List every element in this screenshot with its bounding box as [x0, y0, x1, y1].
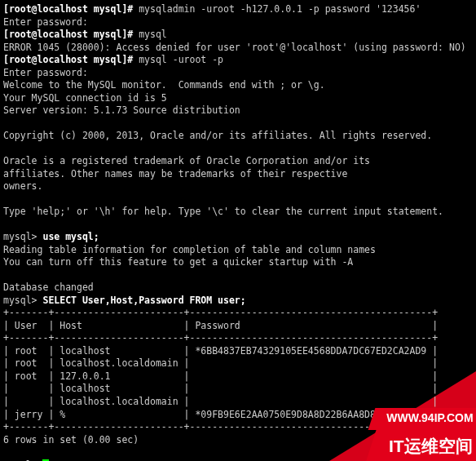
- table-header: | User | Host | Password |: [3, 320, 438, 331]
- password-prompt: Enter password:: [3, 16, 88, 28]
- table-row: | root | localhost.localdomain | |: [3, 357, 438, 369]
- help-line: Type 'help;' or '\h' for help. Type '\c'…: [3, 206, 443, 217]
- watermark-label: IT运维空间: [366, 430, 476, 461]
- table-row: | jerry | % | *09FB9E6E2AA0750E9D8A8D22B…: [3, 409, 410, 420]
- shell-prompt: [root@localhost mysql]#: [3, 29, 139, 40]
- mysql-query: use mysql;: [42, 231, 99, 242]
- trademark-line: affiliates. Other names may be trademark…: [3, 168, 347, 180]
- command-input: mysql -uroot -p: [139, 54, 223, 65]
- watermark: WWW.94IP.COM IT运维空间: [371, 410, 476, 461]
- output-line: You can turn off this feature to get a q…: [3, 256, 353, 268]
- watermark-url: WWW.94IP.COM: [368, 408, 476, 430]
- error-output: ERROR 1045 (28000): Access denied for us…: [3, 42, 466, 53]
- table-row: | root | localhost | *6BB4837EB74329105E…: [3, 345, 438, 357]
- welcome-line: Welcome to the MySQL monitor. Commands e…: [3, 79, 325, 91]
- trademark-line: Oracle is a registered trademark of Orac…: [3, 155, 370, 166]
- result-footer: 6 rows in set (0.00 sec): [3, 434, 139, 445]
- trademark-line: owners.: [3, 180, 42, 192]
- table-row: | | localhost.localdomain | |: [3, 396, 438, 407]
- mysql-prompt: mysql>: [3, 295, 42, 306]
- output-line: Reading table information for completion…: [3, 244, 376, 255]
- table-row: | root | 127.0.0.1 | |: [3, 370, 438, 382]
- shell-prompt: [root@localhost mysql]#: [3, 3, 139, 15]
- welcome-line: Server version: 5.1.73 Source distributi…: [3, 104, 240, 116]
- copyright-line: Copyright (c) 2000, 2013, Oracle and/or …: [3, 130, 432, 141]
- terminal[interactable]: [root@localhost mysql]# mysqladmin -uroo…: [0, 0, 476, 461]
- mysql-prompt: mysql>: [3, 231, 42, 242]
- shell-prompt: [root@localhost mysql]#: [3, 54, 139, 65]
- output-line: Database changed: [3, 281, 94, 293]
- table-row: | | localhost | |: [3, 383, 438, 394]
- command-input: mysql: [139, 29, 167, 40]
- table-border: +-------+-----------------------+-------…: [3, 307, 438, 318]
- password-prompt: Enter password:: [3, 67, 88, 78]
- welcome-line: Your MySQL connection id is 5: [3, 92, 167, 104]
- table-border: +-------+-----------------------+-------…: [3, 332, 438, 344]
- command-input: mysqladmin -uroot -h127.0.0.1 -p passwor…: [139, 3, 421, 15]
- mysql-query: SELECT User,Host,Password FROM user;: [42, 295, 245, 306]
